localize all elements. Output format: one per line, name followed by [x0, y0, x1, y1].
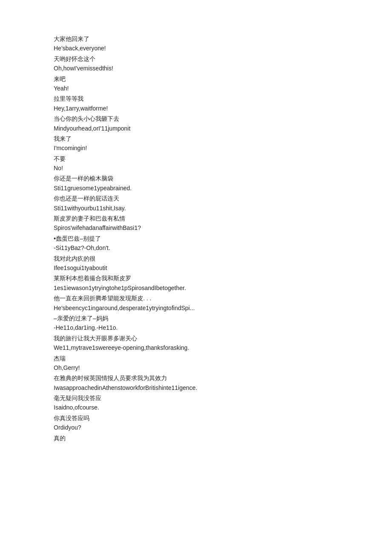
- chinese-subtitle: 我来了: [54, 134, 338, 143]
- line-pair: 他一直在来回折腾希望能发现斯皮. . .He'sbeencyc1ingaroun…: [54, 293, 338, 313]
- english-subtitle: Oh,Gerry!: [54, 363, 338, 372]
- chinese-subtitle: –亲爱的过来了–妈妈: [54, 314, 338, 323]
- chinese-subtitle: 天哟好怀念这个: [54, 54, 338, 64]
- chinese-subtitle: 我的旅行让我大开眼界多谢关心: [54, 334, 338, 343]
- line-pair: –亲爱的过来了–妈妈-He11o,dar1ing.-He11o.: [54, 314, 338, 333]
- english-subtitle: -He11o,dar1ing.-He11o.: [54, 323, 338, 332]
- chinese-subtitle: 当心你的头小心我砸下去: [54, 114, 338, 123]
- chinese-subtitle: 斯皮罗的妻子和巴兹有私情: [54, 214, 338, 223]
- chinese-subtitle: 真的: [54, 433, 338, 443]
- line-pair: 斯皮罗的妻子和巴兹有私情Spiros'wifehadanaffairwithBa…: [54, 214, 338, 233]
- english-subtitle: He'sback,everyone!: [54, 44, 338, 53]
- chinese-subtitle: 来吧: [54, 74, 338, 84]
- english-subtitle: Sti11gruesome1ypeabrained.: [54, 183, 338, 193]
- chinese-subtitle: 你还是一样的榆木脑袋: [54, 174, 338, 183]
- chinese-subtitle: 他一直在来回折腾希望能发现斯皮. . .: [54, 293, 338, 303]
- english-subtitle: Hey,1arry,waitforme!: [54, 104, 338, 113]
- chinese-subtitle: •蠢蛋巴兹–别提了: [54, 234, 338, 243]
- chinese-subtitle: 杰瑞: [54, 354, 338, 363]
- english-subtitle: -Si11yBaz?-Oh,don't.: [54, 243, 338, 253]
- chinese-subtitle: 不要: [54, 154, 338, 163]
- subtitle-content: 大家他回来了He'sback,everyone!天哟好怀念这个Oh,howI'v…: [54, 34, 338, 443]
- line-pair: 我的旅行让我大开眼界多谢关心We11,mytrave1swereeye-open…: [54, 334, 338, 353]
- chinese-subtitle: 我对此内疚的很: [54, 254, 338, 263]
- line-pair: 来吧Yeah!: [54, 74, 338, 93]
- chinese-subtitle: 毫无疑问我没答应: [54, 393, 338, 403]
- english-subtitle: I'mcomingin!: [54, 143, 338, 153]
- chinese-subtitle: 你也还是一样的屁话连天: [54, 194, 338, 203]
- line-pair: 莱斯利本想着撮合我和斯皮罗1es1iewason1ytryingtohe1pSp…: [54, 273, 338, 293]
- chinese-subtitle: 莱斯利本想着撮合我和斯皮罗: [54, 273, 338, 283]
- english-subtitle: Ordidyou?: [54, 423, 338, 432]
- english-subtitle: 1es1iewason1ytryingtohe1pSpirosandIbetog…: [54, 283, 338, 293]
- line-pair: 你还是一样的榆木脑袋Sti11gruesome1ypeabrained.: [54, 174, 338, 193]
- english-subtitle: Sti11withyourbu11shit,Isay.: [54, 203, 338, 213]
- english-subtitle: No!: [54, 163, 338, 173]
- line-pair: 你真没答应吗Ordidyou?: [54, 413, 338, 433]
- english-subtitle: Oh,howI'vemissedthis!: [54, 64, 338, 73]
- english-subtitle: Ifee1sogui1tyaboutit: [54, 263, 338, 273]
- line-pair: 在雅典的时候英国情报人员要求我为其效力IwasapproachedinAthen…: [54, 373, 338, 392]
- chinese-subtitle: 拉里等等我: [54, 94, 338, 103]
- english-subtitle: Mindyourhead,orI'11jumponit: [54, 124, 338, 133]
- chinese-subtitle: 大家他回来了: [54, 34, 338, 44]
- line-pair: 天哟好怀念这个Oh,howI'vemissedthis!: [54, 54, 338, 73]
- english-subtitle: He'sbeencyc1ingaround,desperate1ytryingt…: [54, 303, 338, 313]
- line-pair: 杰瑞Oh,Gerry!: [54, 354, 338, 373]
- english-subtitle: IwasapproachedinAthenstoworkforBritishin…: [54, 383, 338, 392]
- line-pair: •蠢蛋巴兹–别提了-Si11yBaz?-Oh,don't.: [54, 234, 338, 253]
- chinese-subtitle: 在雅典的时候英国情报人员要求我为其效力: [54, 373, 338, 383]
- line-pair: 拉里等等我Hey,1arry,waitforme!: [54, 94, 338, 113]
- english-subtitle: Isaidno,ofcourse.: [54, 403, 338, 412]
- line-pair: 当心你的头小心我砸下去Mindyourhead,orI'11jumponit: [54, 114, 338, 133]
- english-subtitle: Spiros'wifehadanaffairwithBasi1?: [54, 223, 338, 232]
- line-pair: 不要No!: [54, 154, 338, 173]
- line-pair: 你也还是一样的屁话连天Sti11withyourbu11shit,Isay.: [54, 194, 338, 213]
- line-pair: 大家他回来了He'sback,everyone!: [54, 34, 338, 53]
- line-pair: 真的: [54, 433, 338, 443]
- english-subtitle: We11,mytrave1swereeye-opening,thanksfora…: [54, 343, 338, 352]
- line-pair: 毫无疑问我没答应Isaidno,ofcourse.: [54, 393, 338, 413]
- line-pair: 我来了I'mcomingin!: [54, 134, 338, 153]
- chinese-subtitle: 你真没答应吗: [54, 413, 338, 423]
- line-pair: 我对此内疚的很Ifee1sogui1tyaboutit: [54, 254, 338, 273]
- english-subtitle: Yeah!: [54, 84, 338, 93]
